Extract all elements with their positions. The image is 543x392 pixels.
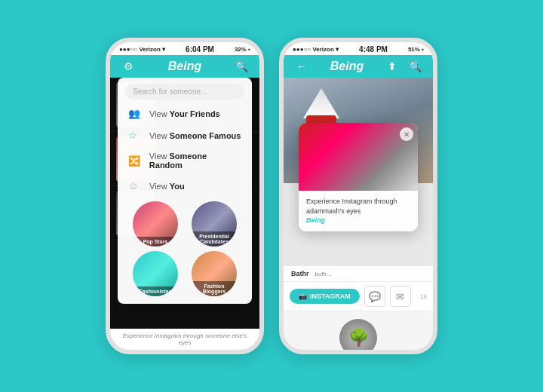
bubble-fashionistas: Fashionistas — [133, 251, 178, 296]
time-badge: 1h — [420, 293, 427, 300]
gear-icon[interactable]: ⚙ — [119, 60, 137, 72]
bubble-presidential: Presidential Candidates — [192, 201, 237, 247]
footer-text: Experience Instagram through someone els… — [123, 332, 247, 346]
bubble-fashionistas-label: Fashionistas — [133, 286, 178, 296]
back-icon[interactable]: ← — [293, 60, 311, 72]
instagram-icon: 📷 — [299, 292, 307, 300]
bubble-popstars: Pop Stars — [133, 201, 178, 247]
menu-item-you[interactable]: ☺ View You — [118, 175, 252, 197]
bottom-feed: 🌳 — [284, 311, 433, 350]
phone-1: ●●●○○ Verizon ▾ 6:04 PM 32% ▪ ⚙ Being 🔍 … — [106, 38, 264, 354]
phone2-body: ✕ Experience Instagram through adammash'… — [284, 78, 433, 350]
category-presidential[interactable]: Presidential Candidates — [187, 201, 241, 247]
carrier-1: ●●●○○ Verizon ▾ — [119, 46, 165, 53]
info-row: Bathr buffr... — [284, 266, 433, 282]
phones-container: ●●●○○ Verizon ▾ 6:04 PM 32% ▪ ⚙ Being 🔍 … — [106, 38, 437, 354]
info-sub: buffr... — [315, 271, 332, 277]
dropdown-panel: Search for someone... 👥 View Your Friend… — [118, 78, 252, 304]
menu-item-friends[interactable]: 👥 View Your Friends — [118, 103, 252, 124]
instagram-label: INSTAGRAM — [310, 292, 351, 300]
famous-icon: ☆ — [128, 130, 143, 141]
bubble-popstars-label: Pop Stars — [133, 237, 178, 247]
mail-icon: ✉ — [396, 291, 404, 302]
search-icon-1[interactable]: 🔍 — [232, 60, 250, 72]
friends-label: Your Friends — [170, 109, 220, 118]
instagram-button[interactable]: 📷 INSTAGRAM — [290, 289, 360, 304]
app-logo-1: Being — [137, 60, 232, 73]
modal-close-button[interactable]: ✕ — [400, 127, 413, 141]
app-header-2: ← Being ⬆ 🔍 — [284, 55, 433, 78]
search-placeholder: Search for someone... — [133, 87, 207, 96]
modal-card: ✕ Experience Instagram through adammash'… — [299, 123, 418, 231]
app-logo-2: Being — [311, 60, 383, 73]
famous-label: Someone Famous — [170, 131, 241, 140]
menu-item-random[interactable]: 🔀 View Someone Random — [118, 146, 252, 175]
time-1: 6:04 PM — [186, 45, 214, 54]
category-fashionistas[interactable]: Fashionistas — [128, 251, 183, 296]
time-2: 4:48 PM — [359, 45, 388, 54]
categories-grid: Pop Stars Presidential Candidates Fashio… — [118, 197, 252, 296]
app-header-1: ⚙ Being 🔍 — [110, 55, 259, 78]
bubble-presidential-label: Presidential Candidates — [192, 231, 237, 247]
modal-description: Experience Instagram through adammash's … — [306, 198, 397, 215]
category-fashion-bloggers[interactable]: Fashion Bloggers — [187, 251, 241, 296]
tree-icon: 🌳 — [339, 319, 377, 350]
modal-brand: Being — [306, 216, 325, 224]
you-icon: ☺ — [128, 180, 143, 191]
friends-icon: 👥 — [128, 108, 143, 119]
info-label: Bathr — [291, 270, 309, 277]
random-icon: 🔀 — [128, 155, 143, 167]
carrier-2: ●●●○○ Verizon ▾ — [293, 46, 339, 53]
upload-icon[interactable]: ⬆ — [383, 60, 401, 72]
modal-photo: ✕ — [299, 123, 418, 191]
phone1-body: 427 people are... 382 people are... 361 … — [110, 78, 259, 329]
you-label: You — [170, 182, 185, 191]
menu-item-famous[interactable]: ☆ View Someone Famous — [118, 124, 252, 146]
status-bar-1: ●●●○○ Verizon ▾ 6:04 PM 32% ▪ — [110, 42, 259, 55]
status-bar-2: ●●●○○ Verizon ▾ 4:48 PM 51% ▪ — [284, 42, 433, 55]
search-bar[interactable]: Search for someone... — [125, 84, 244, 100]
category-popstars[interactable]: Pop Stars — [128, 201, 183, 247]
phone-2: ●●●○○ Verizon ▾ 4:48 PM 51% ▪ ← Being ⬆ … — [279, 38, 437, 354]
battery-1: 32% ▪ — [235, 46, 250, 53]
bubble-fashion-bloggers: Fashion Bloggers — [192, 251, 237, 296]
modal-text: Experience Instagram through adammash's … — [299, 191, 418, 231]
bubble-fashion-bloggers-label: Fashion Bloggers — [192, 281, 237, 296]
search-icon-2[interactable]: 🔍 — [406, 60, 424, 72]
comment-button[interactable]: 💬 — [364, 286, 385, 307]
random-label: Someone Random — [149, 152, 207, 170]
phone1-footer: Experience Instagram through someone els… — [110, 329, 259, 350]
comment-icon: 💬 — [369, 291, 381, 302]
battery-2: 51% ▪ — [408, 46, 424, 53]
action-bar: 📷 INSTAGRAM 💬 ✉ 1h — [284, 282, 433, 311]
mail-button[interactable]: ✉ — [390, 286, 411, 307]
